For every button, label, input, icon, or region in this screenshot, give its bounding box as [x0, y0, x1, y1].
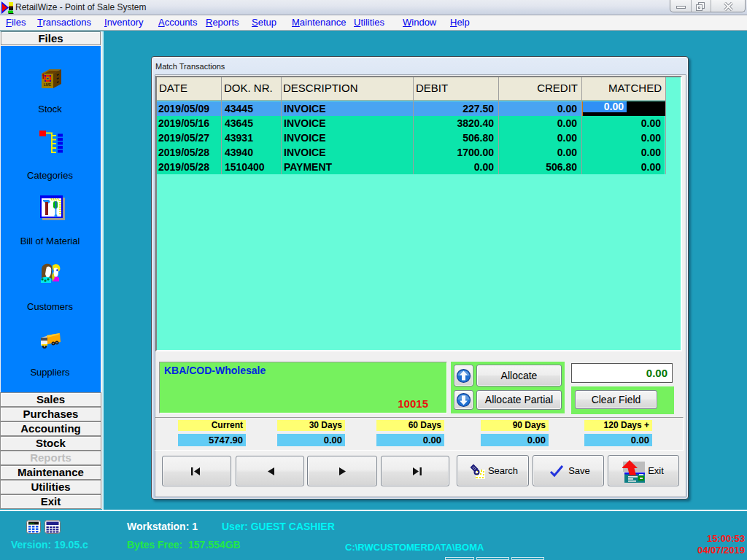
svg-text:217: 217	[29, 522, 35, 525]
svg-text:LIVE: LIVE	[44, 83, 51, 87]
